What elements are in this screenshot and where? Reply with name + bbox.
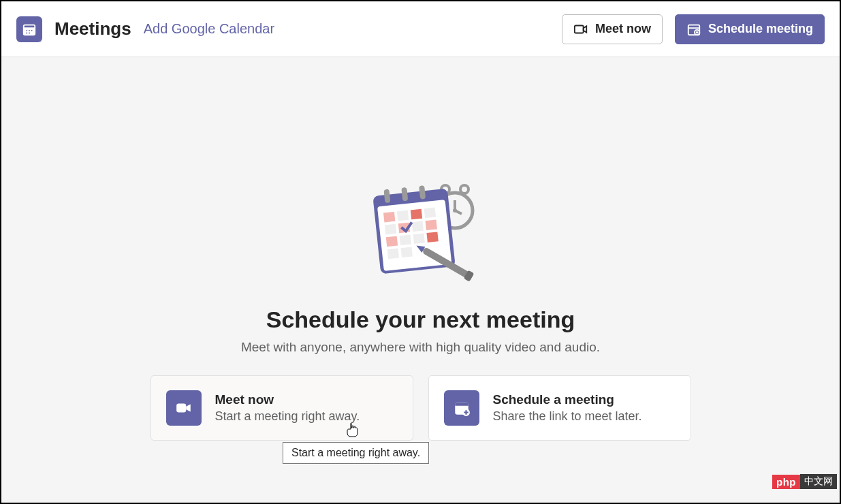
svg-line-17 [455,210,462,214]
header: Meetings Add Google Calendar Meet now Sc… [1,1,840,57]
schedule-meeting-button[interactable]: Schedule meeting [675,14,825,44]
meet-now-card-subtitle: Start a meeting right away. [215,409,360,424]
svg-rect-35 [413,234,424,245]
svg-point-5 [31,29,33,31]
svg-rect-29 [384,224,396,235]
svg-rect-36 [426,232,438,242]
meet-now-label: Meet now [595,22,651,36]
svg-rect-27 [410,209,422,220]
svg-rect-42 [176,404,186,413]
svg-point-4 [29,29,30,31]
svg-rect-32 [425,220,437,231]
schedule-card-subtitle: Share the link to meet later. [493,409,642,424]
svg-rect-28 [424,208,435,219]
video-icon [573,22,588,37]
svg-rect-34 [399,235,411,246]
action-cards: Meet now Start a meeting right away. Sch… [150,375,691,441]
svg-rect-25 [383,212,394,223]
svg-point-19 [460,185,469,193]
calendar-add-icon [686,22,701,37]
schedule-label: Schedule meeting [708,22,813,36]
svg-rect-26 [396,210,408,221]
page-title: Meetings [54,18,131,40]
schedule-card-title: Schedule a meeting [493,392,642,407]
badge-left: php [772,475,800,489]
calendar-illustration [353,173,489,289]
watermark-badge: php 中文网 [772,474,837,489]
meet-now-card[interactable]: Meet now Start a meeting right away. [150,375,413,441]
schedule-meeting-card[interactable]: Schedule a meeting Share the link to mee… [428,375,691,441]
svg-rect-8 [575,25,584,33]
main-content: Schedule your next meeting Meet with any… [1,57,840,441]
meet-now-card-title: Meet now [215,392,360,407]
meet-now-button[interactable]: Meet now [562,14,663,44]
svg-point-6 [26,32,27,33]
svg-rect-33 [385,236,397,247]
add-google-calendar-link[interactable]: Add Google Calendar [144,21,274,37]
svg-rect-37 [387,249,398,259]
svg-rect-44 [455,402,469,405]
svg-rect-38 [400,247,412,258]
badge-right: 中文网 [800,474,837,489]
hero-title: Schedule your next meeting [266,306,575,333]
calendar-app-icon [16,16,42,42]
svg-point-7 [29,32,30,33]
video-fill-icon [166,390,202,426]
tooltip: Start a meeting right away. [283,442,429,464]
hero-subtitle: Meet with anyone, anywhere with high qua… [241,340,600,355]
calendar-add-fill-icon [444,390,479,426]
svg-point-3 [26,29,27,31]
svg-rect-31 [411,221,423,232]
